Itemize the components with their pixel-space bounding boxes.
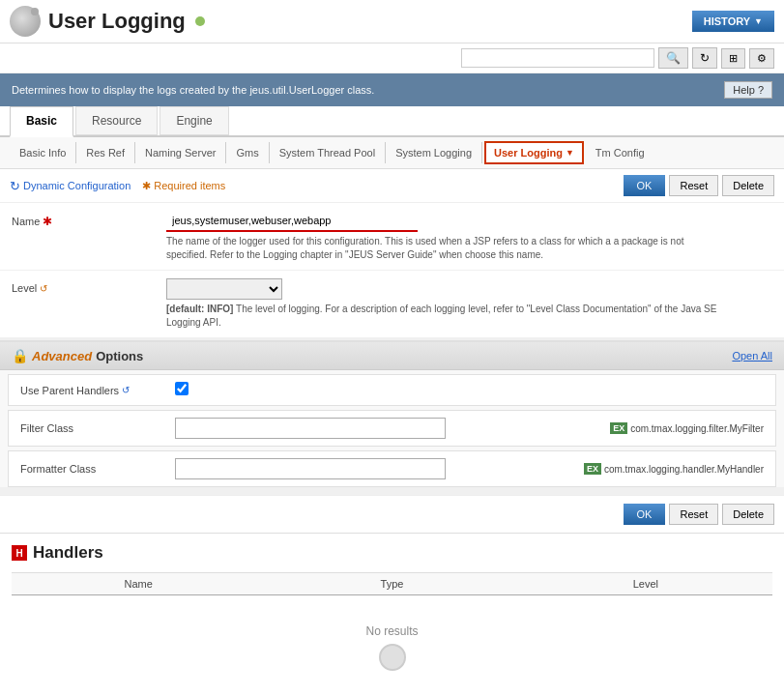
refresh-button[interactable]: ↻	[692, 47, 717, 69]
tab-resource[interactable]: Resource	[75, 106, 158, 135]
help-button[interactable]: Help ?	[724, 81, 772, 99]
sub-tab-user-logging[interactable]: User Logging ▼	[484, 141, 584, 164]
filter-class-hint: com.tmax.logging.filter.MyFilter	[630, 423, 764, 434]
use-parent-handlers-label: Use Parent Handlers ↺	[20, 385, 175, 396]
filter-class-input[interactable]	[175, 418, 446, 439]
use-parent-sync-icon: ↺	[122, 385, 130, 395]
sub-tab-basic-info[interactable]: Basic Info	[10, 142, 76, 163]
action-bar: ↻ Dynamic Configuration ✱ Required items…	[0, 169, 784, 203]
formatter-class-ex-badge: EX	[584, 463, 601, 475]
bottom-action-bar: OK Reset Delete	[0, 495, 784, 534]
level-field-row: Level ↺ [default: INFO] The level of log…	[0, 271, 784, 338]
filter-class-row: Filter Class EX com.tmax.logging.filter.…	[8, 410, 776, 447]
col-type: Type	[265, 578, 518, 590]
handlers-title: Handlers	[33, 543, 103, 563]
content-area: Name ✱ The name of the logger used for t…	[0, 203, 784, 338]
page-title: User Logging	[48, 9, 186, 34]
status-dot	[195, 16, 205, 26]
handlers-section: H Handlers Name Type Level No results	[0, 534, 784, 695]
search-input[interactable]	[461, 48, 654, 68]
sub-tab-tm-config[interactable]: Tm Config	[586, 142, 654, 163]
handlers-title-row: H Handlers	[12, 543, 772, 563]
sub-tab-naming-server[interactable]: Naming Server	[135, 142, 226, 163]
use-parent-handlers-row: Use Parent Handlers ↺	[8, 374, 776, 406]
advanced-lock-icon: 🔒	[12, 348, 28, 363]
filter-class-label: Filter Class	[20, 422, 175, 434]
tab-engine[interactable]: Engine	[160, 106, 228, 135]
no-results-area: No results	[12, 595, 772, 695]
sub-tab-system-thread-pool[interactable]: System Thread Pool	[270, 142, 386, 163]
history-arrow-icon: ▼	[754, 16, 763, 26]
col-level: Level	[519, 578, 772, 590]
advanced-header: 🔒 Advanced Options Open All	[0, 342, 784, 370]
level-label: Level ↺	[12, 278, 166, 294]
required-star-icon: ✱	[142, 180, 151, 192]
advanced-title-italic: Advanced	[32, 349, 92, 363]
grid-button[interactable]: ⊞	[721, 48, 745, 69]
no-results-circle	[379, 644, 406, 671]
advanced-section: 🔒 Advanced Options Open All Use Parent H…	[0, 340, 784, 487]
main-tabs: Basic Resource Engine	[0, 106, 784, 137]
delete-button-top[interactable]: Delete	[722, 175, 774, 196]
sub-tab-system-logging[interactable]: System Logging	[386, 142, 482, 163]
level-sync-icon: ↺	[40, 283, 47, 294]
search-button[interactable]: 🔍	[658, 47, 688, 69]
history-button[interactable]: HISTORY ▼	[692, 11, 774, 32]
info-description: Determines how to display the logs creat…	[12, 84, 374, 96]
formatter-class-label: Formatter Class	[20, 463, 175, 475]
handlers-icon: H	[12, 545, 27, 561]
ok-button-top[interactable]: OK	[624, 175, 666, 196]
sub-tabs: Basic Info Res Ref Naming Server Gms Sys…	[0, 137, 784, 169]
name-label: Name ✱	[12, 211, 166, 228]
page-icon	[10, 6, 41, 37]
open-all-link[interactable]: Open All	[732, 350, 772, 362]
ok-button-bottom[interactable]: OK	[624, 504, 666, 525]
level-hint: [default: INFO] The level of logging. Fo…	[166, 303, 727, 330]
formatter-class-hint: com.tmax.logging.handler.MyHandler	[604, 464, 764, 475]
dynamic-config-link[interactable]: ↻ Dynamic Configuration	[10, 179, 131, 193]
tab-basic[interactable]: Basic	[10, 106, 73, 137]
required-items-label: ✱ Required items	[142, 180, 225, 192]
name-input[interactable]	[166, 211, 418, 232]
advanced-title-rest: Options	[96, 349, 143, 363]
use-parent-handlers-checkbox[interactable]	[175, 382, 189, 395]
delete-button-bottom[interactable]: Delete	[722, 504, 774, 525]
formatter-class-input[interactable]	[175, 458, 446, 479]
name-required-star: ✱	[43, 215, 52, 228]
name-field-row: Name ✱ The name of the logger used for t…	[0, 203, 784, 271]
user-logging-dropdown-icon: ▼	[566, 148, 574, 158]
settings-button[interactable]: ⚙	[749, 48, 774, 69]
name-hint: The name of the logger used for this con…	[166, 235, 727, 262]
no-results-text: No results	[365, 624, 418, 638]
sub-tab-res-ref[interactable]: Res Ref	[76, 142, 135, 163]
col-name: Name	[12, 578, 265, 590]
reset-button-bottom[interactable]: Reset	[669, 504, 718, 525]
handlers-table-header: Name Type Level	[12, 572, 772, 595]
sub-tab-gms[interactable]: Gms	[226, 142, 269, 163]
formatter-class-row: Formatter Class EX com.tmax.logging.hand…	[8, 450, 776, 487]
filter-class-ex-badge: EX	[610, 422, 627, 434]
reset-button-top[interactable]: Reset	[669, 175, 718, 196]
info-bar: Determines how to display the logs creat…	[0, 73, 784, 106]
level-select[interactable]	[166, 278, 282, 300]
